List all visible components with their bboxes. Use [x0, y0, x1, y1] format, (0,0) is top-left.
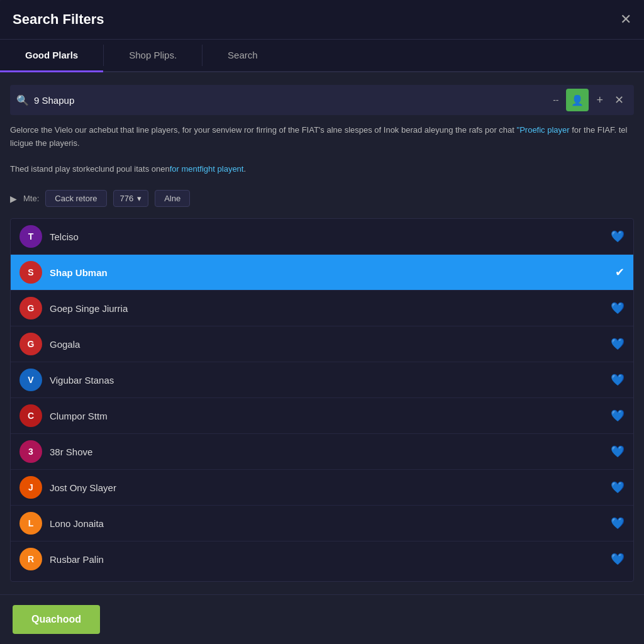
player-name: Jost Ony Slayer: [50, 482, 603, 493]
content-area: 🔍 -- 👤 + ✕ Gelorce the Vielo our achebut…: [0, 72, 644, 594]
close-button[interactable]: ✕: [620, 13, 631, 26]
filter-number: 776: [120, 194, 134, 203]
player-name: 38r Shove: [50, 447, 603, 457]
heart-icon: 💙: [611, 516, 625, 530]
filter-chip-1[interactable]: Cack retore: [45, 190, 106, 207]
player-avatar: C: [19, 404, 42, 427]
add-button[interactable]: +: [592, 91, 607, 109]
player-list: TTelciso💙SShap Ubman✔GGoep Singe Jiurria…: [10, 218, 634, 582]
heart-icon: 💙: [611, 409, 625, 423]
checkout-button[interactable]: Quachood: [13, 605, 100, 634]
filter-select[interactable]: 776 ▾: [113, 190, 149, 207]
search-bar-actions: -- 👤 + ✕: [549, 89, 628, 111]
player-avatar: S: [19, 261, 42, 284]
heart-icon: 💙: [611, 301, 625, 315]
heart-icon: 💙: [611, 337, 625, 351]
tab-bar: Good Plarls Shop Plips. Search: [0, 40, 644, 72]
heart-icon: 💙: [611, 373, 625, 387]
player-item[interactable]: LLono Jonaita💙: [11, 506, 633, 541]
search-bar: 🔍 -- 👤 + ✕: [10, 85, 634, 115]
player-name: Telciso: [50, 231, 603, 242]
footer: Quachood: [0, 594, 644, 644]
tab-search[interactable]: Search: [203, 40, 283, 72]
player-name: Goep Singe Jiurria: [50, 303, 603, 314]
player-item[interactable]: CClumpor Sttm💙: [11, 398, 633, 434]
player-avatar: V: [19, 369, 42, 391]
desc-line2: Thed istand play storkeclund poul itats …: [10, 164, 170, 174]
heart-icon: 💙: [611, 480, 625, 494]
player-avatar: R: [19, 548, 42, 570]
description-block: Gelorce the Vielo our achebut that line …: [10, 124, 634, 176]
filter-chip-2[interactable]: Alne: [155, 190, 190, 207]
player-name: Shap Ubman: [50, 267, 608, 278]
player-avatar: G: [19, 333, 42, 355]
search-icon: 🔍: [16, 94, 29, 106]
player-item[interactable]: VVigubar Stanas💙: [11, 362, 633, 398]
heart-icon: 💙: [611, 230, 625, 243]
player-name: Vigubar Stanas: [50, 375, 603, 386]
player-item[interactable]: SShap Ubman✔: [11, 255, 633, 291]
dash-button[interactable]: --: [549, 92, 562, 108]
desc-highlight1[interactable]: "Proefic player: [517, 125, 570, 135]
filter-label: Mte:: [23, 194, 39, 203]
desc-line1: Gelorce the Vielo our achebut that line …: [10, 125, 517, 135]
desc-line2b: .: [243, 164, 246, 174]
player-name: Rusbar Palin: [50, 554, 603, 565]
modal-header: Search Filters ✕: [0, 0, 644, 40]
player-avatar: T: [19, 225, 42, 248]
check-icon: ✔: [615, 265, 625, 279]
tab-good-plans[interactable]: Good Plarls: [0, 40, 103, 72]
player-item[interactable]: GGoep Singe Jiurria💙: [11, 291, 633, 326]
expand-icon[interactable]: ▶: [10, 194, 17, 204]
heart-icon: 💙: [611, 552, 625, 566]
player-avatar: G: [19, 297, 42, 319]
player-name: Gogala: [50, 339, 603, 350]
filter-bar: ▶ Mte: Cack retore 776 ▾ Alne: [10, 185, 634, 209]
player-item[interactable]: GGogala💙: [11, 326, 633, 362]
user-button[interactable]: 👤: [566, 89, 589, 111]
player-name: Lono Jonaita: [50, 518, 603, 529]
heart-icon: 💙: [611, 445, 625, 458]
user-icon: 👤: [571, 94, 584, 106]
player-item[interactable]: RRusbar Palin💙: [11, 541, 633, 571]
player-avatar: L: [19, 512, 42, 535]
search-input[interactable]: [34, 95, 544, 106]
player-avatar: 3: [19, 440, 42, 463]
player-item[interactable]: 338r Shove💙: [11, 434, 633, 470]
tab-shop-plips[interactable]: Shop Plips.: [104, 40, 202, 72]
player-name: Clumpor Sttm: [50, 411, 603, 421]
player-avatar: J: [19, 476, 42, 499]
player-item[interactable]: TTelciso💙: [11, 219, 633, 255]
modal-title: Search Filters: [13, 11, 104, 28]
list-scroll[interactable]: TTelciso💙SShap Ubman✔GGoep Singe Jiurria…: [11, 219, 633, 571]
modal: Search Filters ✕ Good Plarls Shop Plips.…: [0, 0, 644, 644]
desc-highlight2[interactable]: for mentfight playent: [170, 164, 244, 174]
clear-button[interactable]: ✕: [611, 91, 628, 109]
chevron-down-icon: ▾: [137, 194, 142, 203]
player-item[interactable]: JJost Ony Slayer💙: [11, 470, 633, 506]
